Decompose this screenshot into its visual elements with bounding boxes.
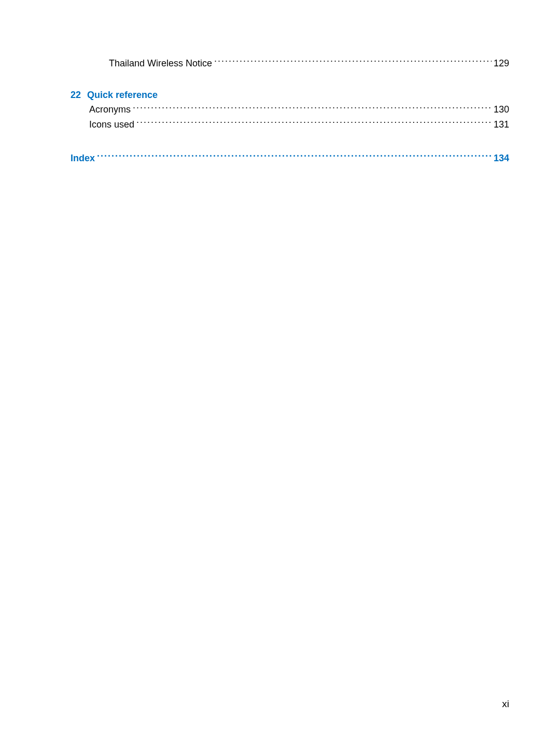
- toc-entry-page: 130: [494, 103, 509, 117]
- toc-entry-label: Index: [71, 151, 95, 166]
- toc-entry-thailand-wireless[interactable]: Thailand Wireless Notice 129: [51, 56, 509, 71]
- spacer: [51, 71, 509, 90]
- toc-entry-page: 131: [494, 118, 509, 132]
- toc-section-number: 22: [71, 90, 81, 101]
- toc-section-title: Quick reference: [87, 90, 158, 101]
- page-number-label: xi: [502, 698, 509, 709]
- toc-entry-label: Icons used: [89, 118, 134, 132]
- toc-entry-label: Acronyms: [89, 103, 131, 117]
- page-container: Thailand Wireless Notice 129 22 Quick re…: [0, 0, 560, 745]
- toc-section-22-heading[interactable]: 22 Quick reference: [51, 90, 509, 101]
- toc-entry-acronyms[interactable]: Acronyms 130: [51, 103, 509, 118]
- toc-leader-dots: [97, 151, 492, 161]
- toc-entry-label: Thailand Wireless Notice: [109, 57, 212, 71]
- toc-leader-dots: [214, 56, 492, 66]
- toc-entry-page: 129: [494, 57, 509, 71]
- toc-entry-index[interactable]: Index 134: [51, 151, 509, 166]
- toc-leader-dots: [136, 117, 492, 128]
- toc-entry-icons-used[interactable]: Icons used 131: [51, 117, 509, 132]
- page-number-footer: xi: [502, 698, 509, 710]
- toc-leader-dots: [133, 103, 492, 113]
- toc-entry-page: 134: [494, 151, 509, 166]
